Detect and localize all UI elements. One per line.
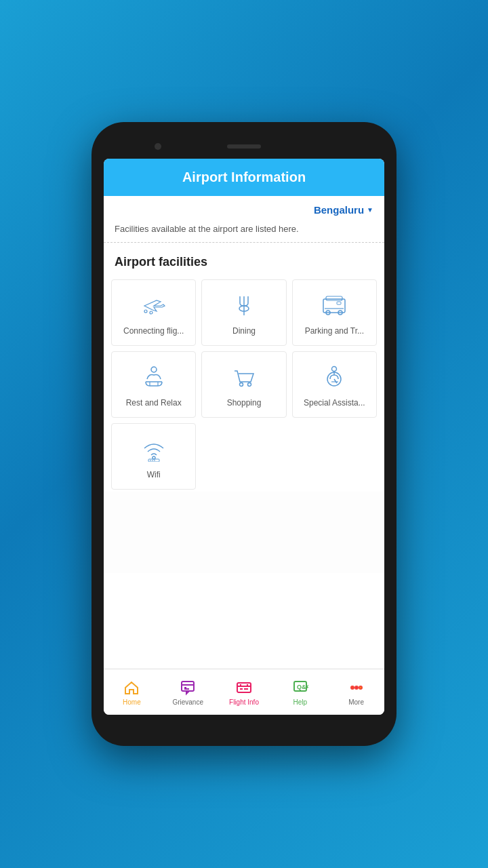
section-title: Airport facilities bbox=[104, 243, 384, 277]
facility-card-dining[interactable]: Dining bbox=[201, 279, 286, 346]
facility-label-shopping: Shopping bbox=[227, 398, 262, 408]
svg-rect-5 bbox=[326, 296, 342, 300]
phone-screen: Airport Information Bengaluru ▼ Faciliti… bbox=[104, 159, 384, 715]
grievance-icon bbox=[179, 679, 197, 696]
svg-rect-28 bbox=[237, 683, 251, 692]
dining-icon bbox=[227, 292, 261, 319]
nav-label-home: Home bbox=[123, 698, 141, 706]
facility-label-rest: Rest and Relax bbox=[126, 398, 182, 408]
facilities-grid: Connecting flig... Dining bbox=[104, 277, 384, 492]
rest-icon bbox=[137, 364, 171, 391]
svg-point-14 bbox=[247, 383, 251, 387]
shopping-icon bbox=[227, 364, 261, 391]
facility-card-parking[interactable]: Parking and Tr... bbox=[292, 279, 377, 346]
svg-point-38 bbox=[359, 686, 362, 689]
facility-label-dining: Dining bbox=[232, 326, 256, 336]
content-area: Bengaluru ▼ Facilities available at the … bbox=[104, 196, 384, 669]
city-selector[interactable]: Bengaluru ▼ bbox=[104, 196, 384, 221]
help-icon: Q&A bbox=[291, 679, 309, 696]
svg-point-13 bbox=[239, 383, 243, 387]
facility-card-connecting[interactable]: Connecting flig... bbox=[111, 279, 196, 346]
city-dropdown-icon: ▼ bbox=[367, 206, 373, 214]
app-header: Airport Information bbox=[104, 159, 384, 196]
parking-icon bbox=[317, 292, 351, 319]
nav-label-grievance: Grievance bbox=[172, 698, 203, 706]
nav-item-help[interactable]: Q&A Help bbox=[272, 669, 328, 715]
city-name: Bengaluru bbox=[314, 204, 364, 216]
nav-item-grievance[interactable]: Grievance bbox=[160, 669, 216, 715]
nav-item-flight[interactable]: Flight Info bbox=[216, 669, 272, 715]
svg-point-1 bbox=[150, 311, 152, 314]
home-icon bbox=[123, 679, 140, 696]
facility-label-connecting: Connecting flig... bbox=[123, 326, 184, 336]
svg-point-19 bbox=[152, 456, 155, 459]
app-header-title: Airport Information bbox=[182, 170, 306, 184]
facility-card-wifi[interactable]: Wifi bbox=[111, 423, 196, 490]
svg-point-15 bbox=[332, 367, 337, 372]
phone-camera bbox=[155, 143, 161, 150]
facility-label-special: Special Assista... bbox=[304, 398, 365, 408]
svg-rect-9 bbox=[337, 302, 341, 304]
wifi-icon bbox=[137, 436, 171, 463]
description-text: Facilities available at the airport are … bbox=[104, 221, 384, 243]
bottom-nav: Home Grievance bbox=[104, 669, 384, 715]
flight-icon bbox=[235, 679, 253, 696]
svg-point-36 bbox=[351, 686, 354, 689]
facility-card-rest[interactable]: Rest and Relax bbox=[111, 351, 196, 418]
svg-point-37 bbox=[355, 686, 358, 689]
connecting-flights-icon bbox=[137, 292, 171, 319]
svg-text:Q&A: Q&A bbox=[297, 684, 308, 690]
nav-label-flight: Flight Info bbox=[229, 698, 259, 706]
svg-point-0 bbox=[144, 310, 147, 313]
phone-shell: Airport Information Bengaluru ▼ Faciliti… bbox=[92, 122, 396, 746]
phone-speaker bbox=[227, 144, 261, 149]
nav-item-home[interactable]: Home bbox=[104, 669, 160, 715]
facility-label-parking: Parking and Tr... bbox=[305, 326, 364, 336]
nav-label-more: More bbox=[348, 698, 364, 706]
special-assistance-icon bbox=[317, 364, 351, 391]
svg-point-10 bbox=[151, 367, 157, 372]
nav-label-help: Help bbox=[293, 698, 308, 706]
bottom-pattern bbox=[104, 492, 384, 573]
phone-top-bar bbox=[104, 134, 384, 159]
facility-label-wifi: Wifi bbox=[147, 470, 161, 479]
facility-card-shopping[interactable]: Shopping bbox=[201, 351, 286, 418]
more-icon bbox=[348, 679, 365, 696]
nav-item-more[interactable]: More bbox=[328, 669, 384, 715]
facility-card-special[interactable]: Special Assista... bbox=[292, 351, 377, 418]
